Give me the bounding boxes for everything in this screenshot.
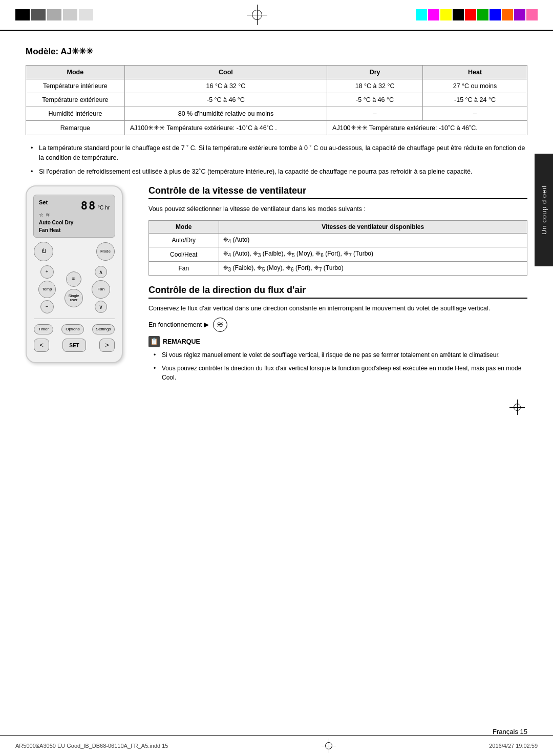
lighter-block [79, 9, 93, 20]
mode-button[interactable]: Mode [96, 242, 115, 261]
note-icon: 📋 [148, 336, 160, 347]
temp-minus-button[interactable]: − [40, 300, 54, 313]
timer-button[interactable]: Timer [34, 324, 53, 334]
table-row: Cool/Heat ❈4 (Auto), ❈3 (Faible), ❈5 (Mo… [149, 247, 527, 261]
bottom-bar: AR5000&A3050 EU Good_IB_DB68-06110A_FR_A… [0, 735, 553, 756]
options-button[interactable]: Options [61, 324, 84, 334]
pink-block [526, 9, 538, 20]
temp-fan-section: + Temp − ≋ Singleuser ∧ Fan ∨ [34, 265, 115, 313]
col-heat: Heat [423, 66, 527, 79]
remote-separator [34, 319, 115, 319]
bottom-date: 2016/4/27 19:02:59 [489, 743, 538, 749]
remote-control: Set 88 °C hr ☆≋ Auto Cool Dry [26, 185, 123, 363]
swing-icon: ≋ [213, 318, 227, 332]
remarque-list: Si vous réglez manuellement le volet de … [148, 350, 527, 382]
bottom-file: AR5000&A3050 EU Good_IB_DB68-06110A_FR_A… [15, 743, 168, 749]
light-block [63, 9, 77, 20]
mid-block [47, 9, 61, 20]
green-block [477, 9, 488, 20]
fan-col: ∧ Fan ∨ [92, 266, 110, 313]
en-fonctionnement: En fonctionnement ▶ ≋ [148, 318, 527, 332]
two-col-layout: Set 88 °C hr ☆≋ Auto Cool Dry [26, 185, 527, 386]
grayscale-blocks [15, 9, 93, 20]
page-number: Français 15 [493, 728, 527, 736]
fan-col-mode: Mode [149, 221, 219, 234]
swing-button[interactable]: ≋ [66, 271, 81, 287]
display-temp: 88 [81, 199, 97, 212]
bullet-item: Si l'opération de refroidissement est ut… [31, 167, 527, 177]
set-button[interactable]: SET [62, 339, 86, 352]
fan-up-button[interactable]: ∧ [95, 266, 107, 278]
red-block [465, 9, 476, 20]
remarque-item: Vous pouvez contrôler la direction du fl… [154, 364, 527, 382]
specs-table: Mode Cool Dry Heat Température intérieur… [26, 65, 527, 135]
color-blocks [416, 9, 538, 20]
temp-col: + Temp − [38, 265, 56, 313]
bottom-crosshair [322, 739, 336, 753]
table-row: Auto/Dry ❈4 (Auto) [149, 234, 527, 247]
col-dry: Dry [327, 66, 423, 79]
crosshair-top-center [247, 5, 267, 25]
crosshair-right [509, 400, 525, 415]
fan-label: Fan [92, 280, 110, 299]
remarque-box: 📋 REMARQUE Si vous réglez manuellement l… [148, 336, 527, 382]
nav-left-button[interactable]: < [34, 339, 49, 352]
print-marks-top [0, 0, 553, 31]
col-cool: Cool [124, 66, 327, 79]
purple-block [514, 9, 525, 20]
remote-col: Set 88 °C hr ☆≋ Auto Cool Dry [26, 185, 133, 386]
cyan-block [416, 9, 427, 20]
temp-label-button: Temp [38, 281, 56, 298]
settings-button[interactable]: Settings [92, 324, 115, 334]
fan-speed-table: Mode Vitesses de ventilateur disponibles… [148, 220, 527, 276]
display-unit-c: °C [98, 205, 103, 211]
fan-speed-title: Contrôle de la vitesse de ventilateur [148, 185, 527, 199]
table-row: Température intérieure 16 °C à 32 °C 18 … [26, 79, 527, 93]
dark-block [31, 9, 46, 20]
magenta-block [428, 9, 439, 20]
remarque-item: Si vous réglez manuellement le volet de … [154, 350, 527, 360]
col-mode: Mode [26, 66, 125, 79]
right-col: Contrôle de la vitesse de ventilateur Vo… [148, 185, 527, 386]
display-modes-line1: Auto Cool Dry [39, 220, 110, 225]
fan-col-speeds: Vitesses de ventilateur disponibles [219, 221, 527, 234]
bullet-item: La température standard pour le chauffag… [31, 143, 527, 163]
remarque-header: 📋 REMARQUE [148, 336, 527, 347]
sidebar-text: Un coup d'oeil [540, 185, 548, 235]
nav-row: < SET > [34, 339, 115, 352]
nav-right-button[interactable]: > [99, 339, 115, 352]
fan-speed-intro: Vous pouvez sélectionner la vitesse de v… [148, 204, 527, 214]
table-row: Fan ❈3 (Faible), ❈5 (Moy), ❈6 (Fort), ❈7… [149, 261, 527, 275]
display-icons: ☆≋ [39, 212, 110, 218]
table-row: Remarque AJ100✳✳✳ Température extérieure… [26, 121, 527, 135]
orange-block [502, 9, 513, 20]
black-block [15, 9, 30, 20]
temp-plus-button[interactable]: + [40, 265, 54, 279]
air-dir-title: Contrôle de la direction du flux d'air [148, 285, 527, 299]
blue-block [490, 9, 501, 20]
fan-down-button[interactable]: ∨ [95, 301, 107, 313]
single-user-button[interactable]: Singleuser [65, 289, 83, 307]
display-unit-hr: hr [105, 205, 110, 211]
power-mode-row: ⏻ Mode [34, 242, 115, 261]
timer-options-row: Timer Options Settings [34, 324, 115, 334]
display-set-label: Set [39, 199, 48, 205]
black2-block [453, 9, 464, 20]
power-button[interactable]: ⏻ [34, 242, 53, 261]
main-content: Modèle: AJ✳✳✳ Mode Cool Dry Heat Tempéra… [0, 31, 553, 396]
air-dir-intro: Conservez le flux d'air vertical dans un… [148, 304, 527, 313]
table-row: Température extérieure -5 °C à 46 °C -5 … [26, 93, 527, 107]
remote-display: Set 88 °C hr ☆≋ Auto Cool Dry [33, 195, 115, 238]
yellow-block [440, 9, 452, 20]
model-title: Modèle: AJ✳✳✳ [26, 46, 527, 57]
table-row: Humidité intérieure 80 % d'humidité rela… [26, 107, 527, 121]
bullet-section: La température standard pour le chauffag… [26, 143, 527, 176]
display-modes-line2: Fan Heat [39, 227, 110, 233]
sidebar: Un coup d'oeil [535, 154, 553, 266]
